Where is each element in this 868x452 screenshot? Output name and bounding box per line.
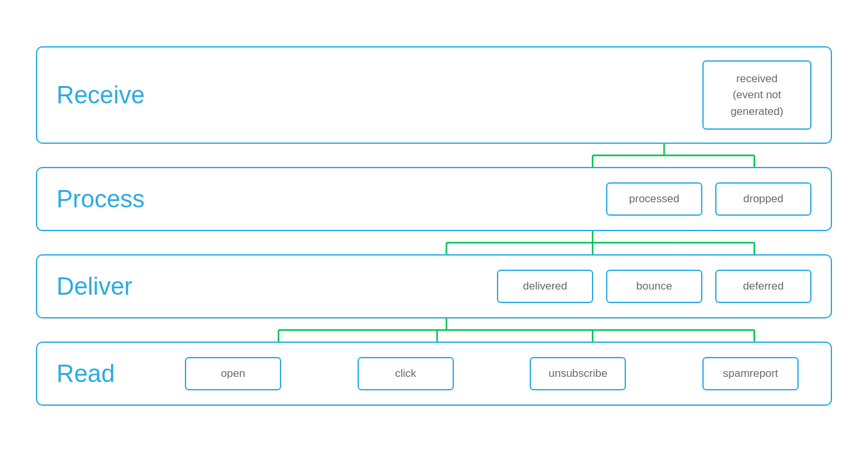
unsubscribe-node: unsubscribe	[530, 357, 626, 390]
click-node: click	[358, 357, 454, 390]
process-content: processed dropped	[185, 182, 812, 216]
receive-label: Receive	[56, 82, 185, 109]
connector-receive-process	[36, 144, 832, 167]
deferred-node: deferred	[715, 270, 812, 303]
deliver-content: delivered bounce deferred	[185, 270, 812, 303]
receive-section: Receive received(event notgenerated)	[36, 46, 832, 144]
diagram-container: Receive received(event notgenerated) Pro…	[23, 33, 845, 419]
open-node: open	[185, 357, 281, 390]
connector-svg-3	[36, 318, 832, 342]
connector-svg-1	[36, 144, 832, 167]
processed-node: processed	[606, 182, 702, 216]
bounce-node: bounce	[606, 270, 702, 303]
process-section: Process processed dropped	[36, 167, 832, 231]
connector-process-deliver	[36, 231, 832, 254]
read-section: Read open click unsubscribe spamreport	[36, 342, 832, 406]
received-node: received(event notgenerated)	[702, 60, 812, 130]
spamreport-node: spamreport	[702, 357, 799, 390]
deliver-label: Deliver	[56, 273, 185, 300]
deliver-section: Deliver delivered bounce deferred	[36, 254, 832, 318]
read-label: Read	[56, 360, 185, 388]
connector-deliver-read	[36, 318, 832, 342]
read-content: open click unsubscribe spamreport	[185, 357, 812, 390]
receive-content: received(event notgenerated)	[185, 60, 812, 130]
connector-svg-2	[36, 231, 832, 254]
delivered-node: delivered	[497, 270, 593, 303]
process-label: Process	[56, 186, 185, 213]
dropped-node: dropped	[715, 182, 812, 216]
